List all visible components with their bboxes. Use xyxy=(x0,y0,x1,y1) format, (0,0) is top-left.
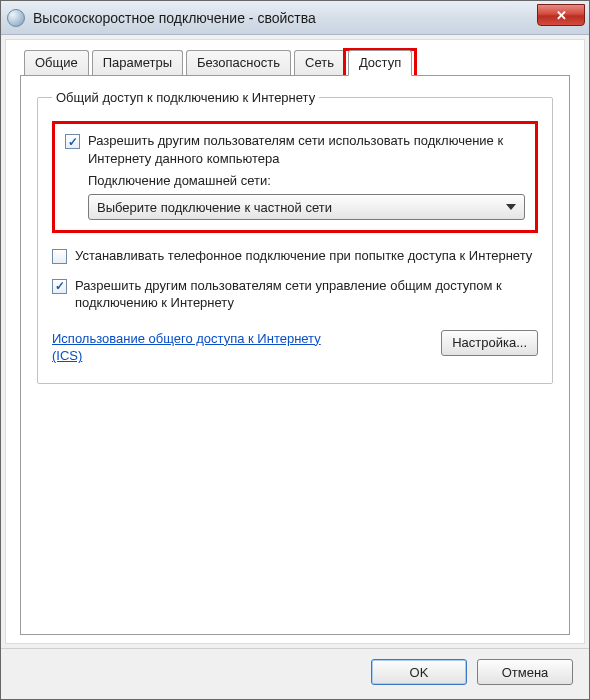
tab-general[interactable]: Общие xyxy=(24,50,89,76)
properties-dialog: Высокоскоростное подключение - свойства … xyxy=(0,0,590,700)
tab-network[interactable]: Сеть xyxy=(294,50,345,76)
label-allow-share: Разрешить другим пользователям сети испо… xyxy=(88,132,525,167)
checkbox-dial-on-demand[interactable]: ✓ xyxy=(52,249,67,264)
checkbox-allow-share[interactable]: ✓ xyxy=(65,134,80,149)
connection-icon xyxy=(7,9,25,27)
combo-home-network-value: Выберите подключение к частной сети xyxy=(97,200,332,215)
cancel-button[interactable]: Отмена xyxy=(477,659,573,685)
ics-group-legend: Общий доступ к подключению к Интернету xyxy=(52,90,319,105)
highlight-allow-share: ✓ Разрешить другим пользователям сети ис… xyxy=(52,121,538,233)
tab-panel-sharing: Общий доступ к подключению к Интернету ✓… xyxy=(20,75,570,635)
ics-group: Общий доступ к подключению к Интернету ✓… xyxy=(37,90,553,384)
close-icon: ✕ xyxy=(556,8,567,23)
label-dial-on-demand: Устанавливать телефонное подключение при… xyxy=(75,247,532,265)
settings-button[interactable]: Настройка... xyxy=(441,330,538,356)
combo-home-network[interactable]: Выберите подключение к частной сети xyxy=(88,194,525,220)
tab-strip: Общие Параметры Безопасность Сеть Доступ xyxy=(20,50,570,76)
label-home-network: Подключение домашней сети: xyxy=(88,173,525,188)
window-title: Высокоскоростное подключение - свойства xyxy=(33,10,316,26)
dialog-footer: OK Отмена xyxy=(1,648,589,699)
close-button[interactable]: ✕ xyxy=(537,4,585,26)
checkbox-allow-control[interactable]: ✓ xyxy=(52,279,67,294)
chevron-down-icon xyxy=(506,204,516,210)
dialog-body: Общие Параметры Безопасность Сеть Доступ… xyxy=(5,39,585,644)
ok-button[interactable]: OK xyxy=(371,659,467,685)
link-ics-help[interactable]: Использование общего доступа к Интернету… xyxy=(52,330,352,365)
titlebar: Высокоскоростное подключение - свойства … xyxy=(1,1,589,35)
label-allow-control: Разрешить другим пользователям сети упра… xyxy=(75,277,538,312)
tab-security[interactable]: Безопасность xyxy=(186,50,291,76)
tab-options[interactable]: Параметры xyxy=(92,50,183,76)
tab-sharing[interactable]: Доступ xyxy=(348,50,412,76)
